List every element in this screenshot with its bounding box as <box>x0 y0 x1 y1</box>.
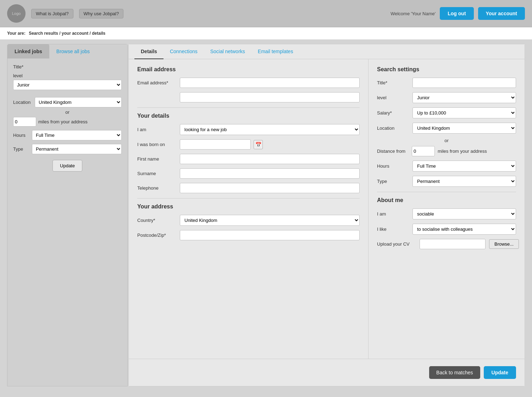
ss-distance-input[interactable] <box>412 146 435 156</box>
telephone-input[interactable] <box>180 183 360 193</box>
ss-type-field: Type Permanent Contract Temporary <box>377 176 516 187</box>
sidebar-level-select[interactable]: Junior Mid Senior Lead <box>13 80 122 90</box>
firstname-field: First name <box>137 154 360 164</box>
surname-label: Surname <box>137 171 176 176</box>
ss-miles-label: miles from your address <box>438 149 487 154</box>
tab-browse-all-jobs[interactable]: Browse all jobs <box>49 44 97 58</box>
born-field: I was born on 📅 <box>137 139 360 150</box>
logo-text: Logo <box>12 11 21 16</box>
breadcrumb-label: Your are: <box>7 31 26 36</box>
right-panel: Search settings Title* level Junior Mid … <box>368 59 525 359</box>
your-account-button[interactable]: Your account <box>478 7 525 20</box>
content-body: Email address Email address* Your detail… <box>129 59 525 359</box>
sidebar-distance-input[interactable] <box>13 117 36 127</box>
ss-hours-select[interactable]: Full Time Part Time Contract <box>412 161 516 172</box>
email-address-field: Email address* <box>137 78 360 88</box>
ss-hours-label: Hours <box>377 163 409 169</box>
ss-type-label: Type <box>377 179 409 184</box>
calendar-icon[interactable]: 📅 <box>254 140 263 149</box>
ss-level-field: level Junior Mid Senior Lead <box>377 92 516 103</box>
i-am-field: I am looking for a new job employed stud… <box>137 124 360 135</box>
email-confirm-input[interactable] <box>180 92 360 102</box>
sidebar-title-field: Title* <box>13 64 122 69</box>
ss-salary-select[interactable]: Up to £10,000 Up to £20,000 Up to £30,00… <box>412 107 516 118</box>
cv-upload-row: Upload your CV Browse... <box>377 239 516 249</box>
sidebar-tabs: Linked jobs Browse all jobs <box>7 44 127 58</box>
email-label: Email address* <box>137 80 176 85</box>
sidebar-location-select[interactable]: United Kingdom United States Canada Aust… <box>35 97 122 107</box>
sidebar-miles-label: miles from your address <box>38 119 88 124</box>
sidebar-hours-label: Hours <box>13 133 29 138</box>
header: Logo What is Jobpal? Why use Jobpal? Wel… <box>0 0 532 27</box>
sidebar-hours-select[interactable]: Full Time Part Time Contract <box>32 130 122 140</box>
born-date-row: 📅 <box>180 139 263 150</box>
ss-level-select[interactable]: Junior Mid Senior Lead <box>412 92 516 103</box>
country-select[interactable]: United Kingdom United States Canada Aust… <box>180 215 360 226</box>
surname-field: Surname <box>137 168 360 179</box>
why-use-jobpal-button[interactable]: Why use Jobpal? <box>79 9 124 18</box>
sidebar: Linked jobs Browse all jobs Title* level… <box>7 44 128 386</box>
what-is-jobpal-button[interactable]: What is Jobpal? <box>31 9 73 18</box>
tab-email-templates[interactable]: Email templates <box>251 44 300 59</box>
cv-path-input[interactable] <box>420 239 486 249</box>
postcode-input[interactable] <box>180 230 360 240</box>
cv-label: Upload your CV <box>377 241 416 247</box>
sidebar-type-select[interactable]: Permanent Contract Temporary <box>32 144 122 154</box>
breadcrumb-path: Search results / your account / details <box>29 31 105 36</box>
sidebar-update-button[interactable]: Update <box>52 160 82 172</box>
welcome-text: Welcome 'Your Name' <box>390 11 436 16</box>
sidebar-location-label: Location <box>13 100 33 105</box>
country-label: Country* <box>137 218 176 223</box>
about-i-like-select[interactable]: to socialise with colleagues working alo… <box>412 224 516 235</box>
ss-hours-field: Hours Full Time Part Time Contract <box>377 161 516 172</box>
about-i-am-label: I am <box>377 211 409 217</box>
update-button[interactable]: Update <box>484 366 516 379</box>
about-me-title: About me <box>377 197 516 203</box>
ss-location-label: Location <box>377 125 409 131</box>
header-right: Welcome 'Your Name' Log out Your account <box>390 7 525 20</box>
about-i-am-select[interactable]: sociable outgoing reserved ambitious <box>412 208 516 219</box>
address-section-title: Your address <box>137 203 360 210</box>
content-area: Details Connections Social networks Emai… <box>128 44 525 386</box>
sidebar-type-label: Type <box>13 146 29 152</box>
back-to-matches-button[interactable]: Back to matches <box>429 366 480 379</box>
ss-title-input[interactable] <box>412 78 516 88</box>
postcode-field: Postcode/Zip* <box>137 230 360 240</box>
email-confirm-field <box>137 92 360 102</box>
country-field: Country* United Kingdom United States Ca… <box>137 215 360 226</box>
about-i-like-field: I like to socialise with colleagues work… <box>377 224 516 235</box>
about-i-am-field: I am sociable outgoing reserved ambitiou… <box>377 208 516 219</box>
browse-button[interactable]: Browse... <box>489 239 519 249</box>
ss-level-label: level <box>377 95 409 100</box>
sidebar-level-label: level <box>13 73 122 78</box>
logout-button[interactable]: Log out <box>440 7 473 20</box>
tab-linked-jobs[interactable]: Linked jobs <box>7 44 49 58</box>
email-section-title: Email address <box>137 66 360 73</box>
tab-connections[interactable]: Connections <box>164 44 204 59</box>
born-date-input[interactable] <box>180 139 251 150</box>
i-am-label: I am <box>137 127 176 132</box>
sidebar-location-row: Location United Kingdom United States Ca… <box>13 97 122 107</box>
ss-distance-row: Distance from miles from your address <box>377 146 516 156</box>
about-i-like-label: I like <box>377 227 409 232</box>
ss-or-text: or <box>377 138 516 143</box>
search-settings-title: Search settings <box>377 66 516 73</box>
bottom-actions: Back to matches Update <box>129 359 525 386</box>
born-label: I was born on <box>137 142 176 147</box>
details-section-title: Your details <box>137 113 360 119</box>
i-am-select[interactable]: looking for a new job employed student o… <box>180 124 360 135</box>
main-container: Linked jobs Browse all jobs Title* level… <box>0 40 532 391</box>
email-input[interactable] <box>180 78 360 88</box>
tab-social-networks[interactable]: Social networks <box>204 44 251 59</box>
sidebar-miles-row: miles from your address <box>13 117 122 127</box>
telephone-field: Telephone <box>137 183 360 193</box>
surname-input[interactable] <box>180 168 360 179</box>
tab-details[interactable]: Details <box>134 44 164 59</box>
ss-distance-label: Distance from <box>377 149 409 154</box>
ss-location-select[interactable]: United Kingdom United States Canada Aust… <box>412 123 516 134</box>
firstname-input[interactable] <box>180 154 360 164</box>
sidebar-or-text: or <box>13 110 122 115</box>
ss-salary-label: Salary* <box>377 110 409 116</box>
content-tabs: Details Connections Social networks Emai… <box>129 44 525 59</box>
ss-type-select[interactable]: Permanent Contract Temporary <box>412 176 516 187</box>
